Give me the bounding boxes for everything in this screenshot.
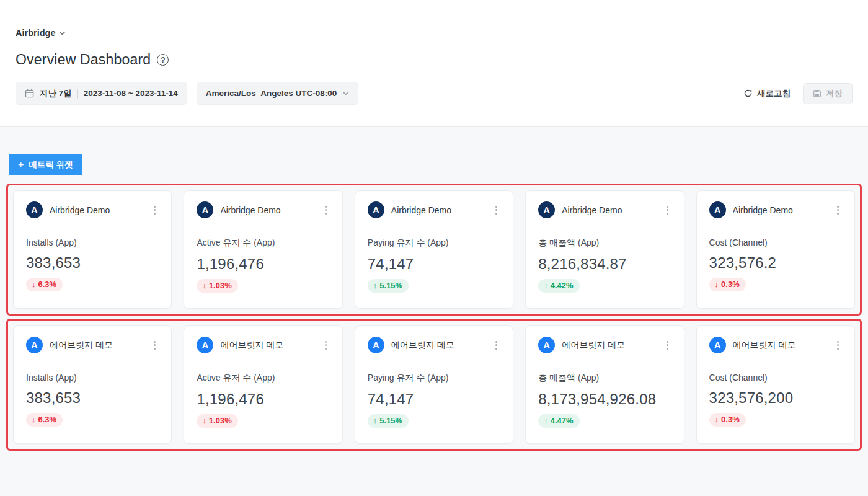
app-name: Airbridge Demo (50, 205, 110, 215)
delta-text: 0.3% (721, 280, 740, 289)
title-row: Overview Dashboard ? (16, 51, 852, 68)
metric-label: Installs (App) (26, 373, 159, 383)
metric-widget-card[interactable]: A 에어브릿지 데모 Installs (App) 383,653 ↓ 6.3% (13, 326, 172, 444)
refresh-icon (743, 89, 753, 98)
metric-widget-card[interactable]: A Airbridge Demo Active 유저 수 (App) 1,196… (184, 190, 342, 309)
delta-badge: ↓ 1.03% (197, 414, 237, 428)
page-header: Airbridge Overview Dashboard ? 지난 7일 202… (0, 0, 868, 127)
kebab-menu-icon[interactable] (663, 339, 671, 352)
kebab-menu-icon[interactable] (322, 203, 330, 217)
metric-label: Paying 유저 수 (App) (368, 237, 500, 249)
delta-arrow-icon: ↑ (544, 416, 548, 425)
metric-label: Paying 유저 수 (App) (368, 373, 500, 384)
kebab-menu-icon[interactable] (151, 339, 159, 352)
delta-text: 0.3% (721, 415, 740, 424)
app-logo-icon: A (538, 337, 555, 353)
refresh-label: 새로고침 (757, 88, 790, 99)
save-icon (813, 89, 822, 98)
app-name: 에어브릿지 데모 (391, 340, 454, 351)
delta-badge: ↓ 6.3% (26, 413, 63, 427)
kebab-menu-icon[interactable] (492, 339, 500, 352)
app-logo-letter: A (714, 205, 721, 215)
delta-arrow-icon: ↑ (373, 416, 378, 425)
workspace-name: Airbridge (16, 28, 55, 38)
app-logo-icon: A (368, 337, 384, 353)
app-name: Airbridge Demo (220, 205, 280, 215)
plus-icon: + (18, 160, 24, 170)
app-name: Airbridge Demo (391, 205, 451, 215)
app-logo-icon: A (197, 337, 213, 353)
kebab-menu-icon[interactable] (322, 339, 330, 352)
delta-arrow-icon: ↓ (202, 416, 206, 425)
kebab-menu-icon[interactable] (834, 339, 842, 352)
metric-value: 8,173,954,926.08 (538, 391, 671, 408)
app-logo-letter: A (202, 205, 208, 215)
metric-value: 323,576.2 (709, 254, 842, 272)
app-logo-letter: A (543, 205, 550, 215)
delta-text: 6.3% (38, 415, 57, 424)
kebab-menu-icon[interactable] (663, 203, 671, 217)
delta-text: 5.15% (379, 416, 402, 425)
dashboard-content: + 메트릭 위젯 A Airbridge Demo Installs (App)… (0, 127, 868, 451)
delta-badge: ↑ 4.47% (538, 414, 579, 428)
page-title: Overview Dashboard (16, 51, 151, 68)
app-logo-letter: A (543, 340, 550, 350)
save-button[interactable]: 저장 (803, 83, 852, 104)
metric-widget-card[interactable]: A 에어브릿지 데모 Active 유저 수 (App) 1,196,476 ↓… (184, 326, 342, 444)
toolbar-right: 새로고침 저장 (743, 83, 852, 104)
delta-badge: ↑ 5.15% (368, 279, 409, 293)
kebab-menu-icon[interactable] (492, 203, 500, 217)
workspace-selector[interactable]: Airbridge (16, 0, 66, 38)
metric-widget-card[interactable]: A 에어브릿지 데모 Cost (Channel) 323,576,200 ↓ … (696, 326, 855, 444)
metric-label: Cost (Channel) (709, 237, 842, 247)
delta-arrow-icon: ↓ (32, 280, 36, 289)
card-header: A Airbridge Demo (368, 202, 500, 218)
card-header: A 에어브릿지 데모 (197, 337, 329, 353)
add-metric-widget-button[interactable]: + 메트릭 위젯 (9, 154, 82, 175)
metric-widget-card[interactable]: A Airbridge Demo Cost (Channel) 323,576.… (696, 190, 855, 309)
card-header: A 에어브릿지 데모 (709, 337, 842, 353)
highlighted-row-2: A 에어브릿지 데모 Installs (App) 383,653 ↓ 6.3%… (6, 319, 862, 451)
timezone-select[interactable]: America/Los_Angeles UTC-08:00 (197, 82, 359, 105)
delta-badge: ↓ 1.03% (197, 279, 237, 293)
delta-badge: ↓ 0.3% (709, 413, 746, 427)
timezone-value: America/Los_Angeles UTC-08:00 (206, 89, 337, 98)
app-name: 에어브릿지 데모 (562, 340, 625, 351)
metric-cards-row-2: A 에어브릿지 데모 Installs (App) 383,653 ↓ 6.3%… (13, 326, 855, 444)
metric-widget-card[interactable]: A Airbridge Demo Paying 유저 수 (App) 74,14… (355, 190, 513, 309)
delta-arrow-icon: ↓ (32, 415, 36, 424)
divider (78, 89, 78, 99)
save-label: 저장 (826, 88, 843, 99)
metric-widget-card[interactable]: A Airbridge Demo Installs (App) 383,653 … (13, 190, 172, 309)
delta-text: 4.47% (551, 416, 574, 425)
delta-text: 1.03% (209, 281, 232, 290)
app-logo-letter: A (31, 340, 38, 350)
metric-value: 1,196,476 (197, 391, 329, 408)
metric-value: 323,576,200 (709, 389, 842, 407)
help-icon[interactable]: ? (157, 54, 169, 66)
metric-widget-card[interactable]: A 에어브릿지 데모 총 매출액 (App) 8,173,954,926.08 … (525, 326, 684, 444)
date-preset-label: 지난 7일 (40, 88, 72, 99)
date-range-picker[interactable]: 지난 7일 2023-11-08 ~ 2023-11-14 (16, 82, 187, 105)
metric-widget-card[interactable]: A 에어브릿지 데모 Paying 유저 수 (App) 74,147 ↑ 5.… (355, 326, 513, 444)
app-name: 에어브릿지 데모 (220, 340, 283, 351)
metric-value: 1,196,476 (197, 255, 329, 273)
refresh-button[interactable]: 새로고침 (743, 88, 790, 99)
kebab-menu-icon[interactable] (834, 203, 842, 217)
card-header: A Airbridge Demo (538, 202, 671, 218)
add-metric-widget-label: 메트릭 위젯 (29, 159, 73, 170)
app-name: Airbridge Demo (733, 205, 793, 215)
metric-label: 총 매출액 (App) (538, 237, 671, 249)
highlighted-row-1: A Airbridge Demo Installs (App) 383,653 … (6, 184, 862, 316)
app-logo-letter: A (714, 340, 721, 350)
delta-text: 5.15% (379, 281, 402, 290)
delta-badge: ↑ 5.15% (368, 414, 409, 428)
kebab-menu-icon[interactable] (151, 203, 159, 217)
app-name: 에어브릿지 데모 (733, 340, 796, 351)
delta-text: 4.42% (551, 281, 574, 290)
app-logo-icon: A (26, 202, 43, 218)
chevron-down-icon (342, 90, 349, 97)
app-logo-icon: A (709, 337, 726, 353)
metric-value: 74,147 (368, 391, 500, 408)
metric-widget-card[interactable]: A Airbridge Demo 총 매출액 (App) 8,216,834.8… (525, 190, 684, 309)
